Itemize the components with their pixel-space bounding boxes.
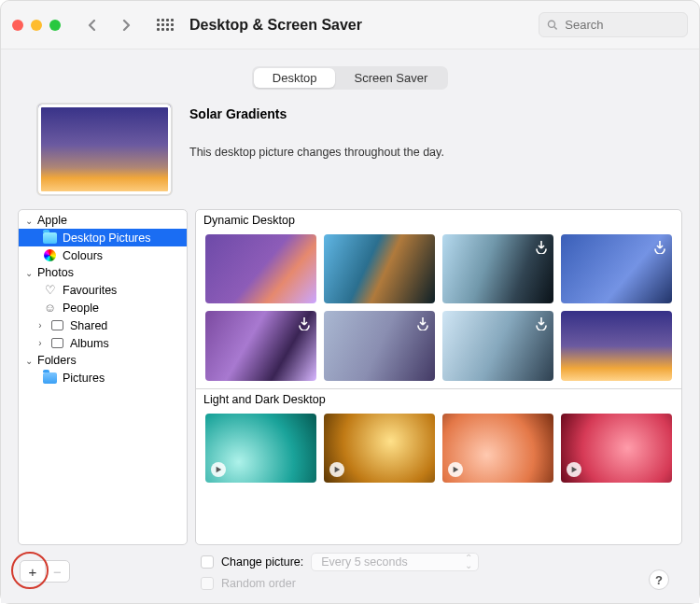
svg-marker-5 (572, 467, 578, 472)
footer: + − Change picture: Every 5 seconds ⌃⌄ R… (18, 545, 682, 592)
sidebar-group-photos[interactable]: ⌄ Photos (19, 264, 187, 281)
sidebar-item-people[interactable]: ☺ People (19, 299, 187, 316)
tab-control: Desktop Screen Saver (252, 66, 448, 90)
svg-line-1 (554, 27, 557, 30)
sidebar-item-label: People (63, 302, 99, 315)
sidebar-item-shared[interactable]: › Shared (19, 316, 187, 334)
sidebar-item-label: Favourites (63, 284, 117, 297)
wallpaper-thumb[interactable] (561, 414, 672, 483)
sidebar-item-desktop-pictures[interactable]: Desktop Pictures (19, 229, 187, 246)
random-order-label: Random order (221, 577, 296, 590)
back-button[interactable] (79, 12, 105, 38)
svg-marker-2 (217, 467, 222, 472)
popup-value: Every 5 seconds (321, 555, 407, 569)
download-icon[interactable] (533, 238, 550, 255)
sidebar-item-pictures-folder[interactable]: Pictures (19, 369, 187, 386)
download-icon[interactable] (414, 315, 431, 331)
prefs-window: Desktop & Screen Saver Desktop Screen Sa… (0, 0, 700, 604)
sidebar-item-colours[interactable]: Colours (19, 246, 187, 264)
grid-icon (157, 17, 174, 34)
change-picture-checkbox[interactable] (201, 555, 214, 569)
wallpaper-thumb[interactable] (205, 414, 316, 483)
gallery-section-title: Dynamic Desktop (196, 210, 681, 231)
content-area: Desktop Screen Saver Solar Gradients Thi… (1, 49, 699, 603)
stack-icon (51, 320, 63, 330)
person-icon: ☺ (43, 301, 57, 315)
wallpaper-thumb[interactable] (442, 311, 553, 380)
stack-icon (51, 338, 63, 348)
wallpaper-thumb[interactable] (205, 311, 316, 380)
wallpaper-thumb[interactable] (561, 311, 672, 380)
chevron-right-icon: › (35, 338, 45, 348)
wallpaper-gallery[interactable]: Dynamic Desktop (195, 209, 682, 545)
popup-stepper-icon: ⌃⌄ (465, 555, 472, 569)
light-dark-desktop-grid (196, 410, 681, 490)
sidebar-item-label: Albums (70, 337, 109, 350)
wallpaper-thumb[interactable] (442, 414, 553, 483)
remove-folder-button[interactable]: − (45, 561, 69, 582)
svg-point-0 (548, 21, 554, 27)
split-view: ⌄ Apple Desktop Pictures Colours ⌄ Photo… (18, 209, 682, 545)
add-folder-button[interactable]: + (21, 561, 45, 582)
sidebar-group-folders[interactable]: ⌄ Folders (19, 352, 187, 369)
download-icon[interactable] (296, 315, 313, 331)
change-picture-label: Change picture: (221, 555, 303, 569)
chevron-right-icon: › (35, 320, 45, 330)
heart-icon: ♡ (43, 283, 57, 297)
source-list[interactable]: ⌄ Apple Desktop Pictures Colours ⌄ Photo… (18, 209, 188, 545)
sidebar-item-albums[interactable]: › Albums (19, 334, 187, 352)
chevron-down-icon: ⌄ (24, 356, 34, 366)
chevron-down-icon: ⌄ (24, 216, 34, 226)
forward-button[interactable] (113, 12, 139, 38)
tab-desktop[interactable]: Desktop (254, 68, 336, 88)
play-icon (211, 462, 226, 477)
close-window-button[interactable] (12, 20, 23, 31)
sidebar-group-apple[interactable]: ⌄ Apple (19, 212, 187, 229)
current-desktop-name: Solar Gradients (189, 106, 444, 121)
tab-screen-saver[interactable]: Screen Saver (335, 68, 446, 88)
window-controls (12, 20, 61, 31)
sidebar-item-favourites[interactable]: ♡ Favourites (19, 281, 187, 299)
sidebar-item-label: Colours (63, 249, 103, 262)
folder-icon (43, 372, 57, 384)
wallpaper-thumb[interactable] (324, 311, 435, 380)
svg-marker-3 (335, 467, 341, 472)
minimize-window-button[interactable] (31, 20, 42, 31)
play-icon (448, 462, 463, 477)
folder-icon (43, 232, 57, 244)
download-icon[interactable] (651, 238, 668, 255)
sidebar-item-label: Pictures (63, 372, 105, 385)
sidebar-item-label: Desktop Pictures (63, 232, 150, 245)
show-all-prefs-button[interactable] (152, 12, 178, 38)
search-field[interactable] (539, 12, 688, 37)
colour-wheel-icon (44, 249, 56, 261)
wallpaper-thumb[interactable] (442, 234, 553, 303)
help-button[interactable]: ? (649, 569, 669, 590)
wallpaper-thumb[interactable] (561, 234, 672, 303)
play-icon (567, 462, 581, 477)
svg-marker-4 (454, 467, 459, 472)
help-icon: ? (655, 573, 663, 587)
add-remove-control: + − (20, 560, 70, 583)
change-interval-popup[interactable]: Every 5 seconds ⌃⌄ (311, 553, 479, 571)
search-icon (547, 19, 557, 31)
dynamic-desktop-grid (196, 231, 681, 388)
gallery-section-title: Light and Dark Desktop (196, 389, 681, 410)
download-icon[interactable] (533, 315, 550, 331)
sidebar-group-label: Apple (37, 214, 67, 227)
sidebar-group-label: Photos (37, 266, 74, 279)
current-desktop-preview (36, 103, 173, 196)
chevron-down-icon: ⌄ (24, 268, 34, 278)
sidebar-item-label: Shared (70, 319, 107, 332)
wallpaper-thumb[interactable] (324, 414, 435, 483)
random-order-checkbox (201, 577, 214, 590)
play-icon (329, 462, 344, 477)
titlebar: Desktop & Screen Saver (1, 1, 699, 49)
sidebar-group-label: Folders (37, 354, 77, 367)
zoom-window-button[interactable] (49, 20, 61, 31)
wallpaper-thumb[interactable] (205, 234, 316, 303)
search-input[interactable] (563, 17, 679, 33)
current-desktop-info: Solar Gradients This desktop picture cha… (18, 103, 682, 209)
wallpaper-thumb[interactable] (324, 234, 435, 303)
window-title: Desktop & Screen Saver (189, 17, 362, 34)
